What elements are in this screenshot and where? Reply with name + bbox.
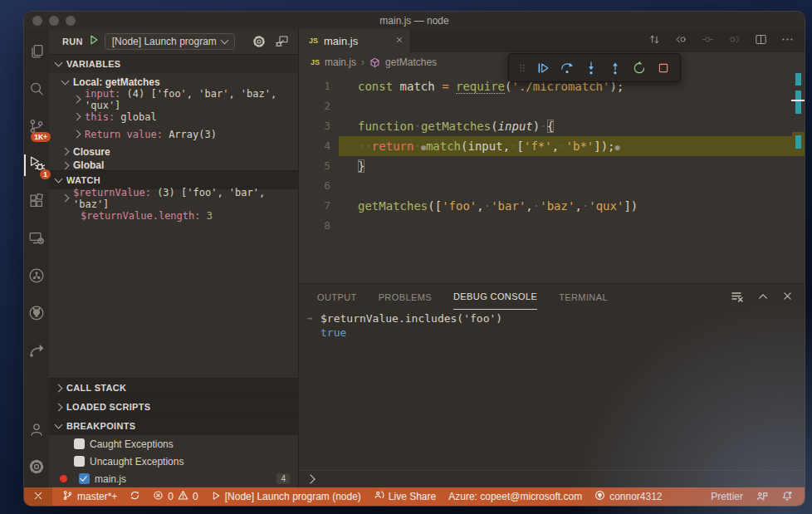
chevron-right-icon	[73, 95, 81, 104]
chevron-right-icon	[73, 130, 81, 139]
live-share-status[interactable]: Live Share	[374, 490, 436, 503]
split-editor-icon[interactable]	[754, 32, 768, 50]
watch-row[interactable]: $returnValue: (3) ['foo', 'bar', 'baz']	[49, 189, 298, 207]
debug-console-output[interactable]: → $returnValue.includes('foo') true	[299, 310, 805, 470]
variable-scope-row[interactable]: Global	[49, 160, 298, 170]
extensions-icon	[27, 192, 46, 213]
caught-exceptions-checkbox[interactable]	[74, 438, 85, 449]
close-tab-icon[interactable]	[395, 35, 404, 47]
continue-button[interactable]	[531, 56, 555, 80]
watch-row[interactable]: $returnValue.length: 3	[49, 207, 298, 224]
share-arrow-icon	[27, 341, 46, 363]
breakpoint-row[interactable]: main.js 4	[49, 470, 298, 487]
tab-problems[interactable]: PROBLEMS	[379, 284, 432, 310]
github-account-status[interactable]: connor4312	[594, 490, 662, 503]
breakpoints-section-header[interactable]: BREAKPOINTS	[49, 416, 298, 435]
more-actions-icon[interactable]	[780, 32, 795, 50]
launch-config-dropdown[interactable]: [Node] Launch program	[105, 33, 235, 50]
sidebar-item-remote-explorer[interactable]	[24, 226, 49, 254]
console-input-row[interactable]	[299, 470, 805, 487]
line-number[interactable]: 3	[299, 116, 339, 136]
mainjs-breakpoint-checkbox[interactable]	[79, 473, 90, 484]
restart-button[interactable]	[627, 56, 651, 80]
breakpoint-line-badge: 4	[276, 473, 290, 484]
maximize-panel-icon[interactable]	[757, 291, 769, 304]
console-expression: $returnValue.includes('foo')	[320, 311, 502, 326]
breadcrumb-file[interactable]: main.js	[325, 56, 356, 68]
reverse-continue-icon[interactable]	[674, 32, 688, 50]
prettier-status[interactable]: Prettier	[711, 491, 743, 502]
tab-bar: JS main.js	[299, 29, 805, 52]
debug-launch-status[interactable]: [Node] Launch program (node)	[211, 491, 361, 503]
git-branch-status[interactable]: master*+	[62, 490, 117, 503]
azure-account-status[interactable]: Azure: copeet@microsoft.com	[448, 491, 582, 502]
sidebar-item-search[interactable]	[24, 76, 49, 105]
run-bar: RUN [Node] Launch program	[49, 29, 298, 54]
chevron-right-icon	[55, 384, 63, 392]
step-into-button[interactable]	[579, 56, 603, 80]
uncaught-exceptions-checkbox[interactable]	[74, 456, 85, 467]
start-debug-icon[interactable]	[88, 34, 100, 49]
debug-console-icon[interactable]	[273, 32, 291, 51]
breadcrumb-symbol[interactable]: getMatches	[385, 56, 437, 68]
chevron-down-icon	[55, 59, 63, 67]
sidebar-item-live-share-sessions[interactable]	[24, 263, 49, 291]
variable-row[interactable]: this: global	[49, 108, 298, 125]
variable-scope-row[interactable]: Closure	[49, 143, 298, 160]
variables-section-header[interactable]: VARIABLES	[49, 54, 298, 73]
tab-terminal[interactable]: TERMINAL	[559, 284, 608, 310]
sidebar-item-live-share[interactable]	[24, 338, 49, 366]
js-file-icon: JS	[309, 37, 318, 45]
line-number[interactable]: 4	[299, 136, 339, 156]
loaded-scripts-section-header[interactable]: LOADED SCRIPTS	[49, 397, 298, 416]
line-number[interactable]: 1	[299, 76, 339, 96]
overview-ruler[interactable]	[792, 72, 805, 283]
activity-bar: 1K+ 1	[24, 29, 49, 487]
chevron-down-icon	[61, 76, 70, 85]
step-over-button[interactable]	[555, 56, 579, 80]
sidebar-item-extensions[interactable]	[24, 188, 49, 217]
tab-mainjs[interactable]: JS main.js	[299, 29, 411, 52]
chevron-right-icon	[61, 194, 70, 203]
sidebar-item-account[interactable]	[24, 417, 49, 445]
console-result: true	[299, 326, 805, 340]
call-stack-section-header[interactable]: CALL STACK	[49, 378, 298, 397]
line-number[interactable]: 5	[299, 156, 339, 176]
code-editor[interactable]: 1const match = require('./micromatch'); …	[299, 72, 805, 283]
remote-indicator[interactable]	[24, 487, 52, 506]
sidebar-item-settings[interactable]	[24, 454, 49, 482]
variable-row[interactable]: Return value: Array(3)	[49, 125, 298, 143]
sidebar-item-github[interactable]	[24, 301, 49, 329]
step-back-icon[interactable]	[701, 32, 715, 50]
variable-row[interactable]: input: (4) ['foo', 'bar', 'baz', 'qux']	[49, 91, 298, 108]
breakpoint-row[interactable]: Uncaught Exceptions	[49, 453, 298, 470]
sidebar-item-explorer[interactable]	[24, 39, 49, 67]
notifications-bell-icon[interactable]	[781, 491, 793, 502]
window-title: main.js — node	[24, 15, 805, 27]
symbol-namespace-icon	[369, 57, 380, 68]
step-out-button[interactable]	[603, 56, 627, 80]
close-panel-icon[interactable]	[782, 291, 793, 303]
line-number[interactable]: 7	[299, 196, 339, 216]
configure-gear-icon[interactable]	[250, 32, 268, 51]
scm-badge: 1K+	[31, 132, 51, 142]
sidebar-item-source-control[interactable]: 1K+	[24, 114, 49, 142]
problems-status[interactable]: 0 0	[153, 490, 198, 503]
line-number[interactable]: 8	[299, 216, 339, 236]
breakpoint-row[interactable]: Caught Exceptions	[49, 435, 298, 453]
toolbar-drag-handle[interactable]	[514, 56, 531, 80]
step-forward-icon[interactable]	[727, 32, 741, 50]
sidebar-item-run-debug[interactable]: 1	[24, 151, 49, 179]
chevron-right-icon	[61, 161, 70, 169]
sync-status[interactable]	[130, 490, 140, 503]
stop-button[interactable]	[651, 56, 675, 80]
tab-output[interactable]: OUTPUT	[317, 284, 357, 310]
feedback-icon[interactable]	[756, 491, 768, 502]
swap-editors-icon[interactable]	[648, 32, 662, 50]
line-number[interactable]: 2	[299, 96, 339, 116]
line-number[interactable]: 6	[299, 176, 339, 196]
clear-console-icon[interactable]	[731, 290, 744, 305]
tab-debug-console[interactable]: DEBUG CONSOLE	[453, 284, 537, 310]
console-prompt-chevron-icon	[306, 474, 315, 483]
chevron-down-icon	[220, 37, 228, 45]
